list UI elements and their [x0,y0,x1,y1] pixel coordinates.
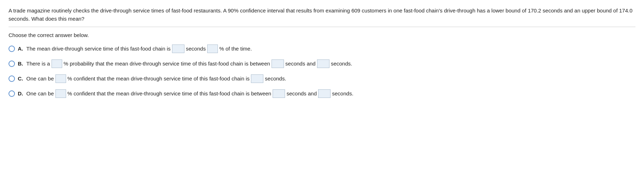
option-c-letter: C. [18,75,24,82]
option-a-text-2: seconds [186,45,206,53]
option-b-text: There is a % probability that the mean d… [26,59,352,68]
option-b-text-3: seconds and [285,59,316,68]
question-text: A trade magazine routinely checks the dr… [9,6,634,23]
option-a-row: A. The mean drive-through service time o… [9,45,635,53]
option-a-text: The mean drive-through service time of t… [26,45,252,53]
option-c-text-3: seconds. [265,74,286,83]
options-list: A. The mean drive-through service time o… [9,45,635,98]
option-b-box-2[interactable] [272,59,284,68]
option-d-box-3[interactable] [318,89,331,98]
option-d-text-2: % confident that the mean drive-through … [68,89,272,98]
option-b-box-1[interactable] [52,59,62,68]
option-a-box-2[interactable] [207,45,218,53]
radio-b[interactable] [9,61,15,67]
option-b-text-4: seconds. [331,59,352,68]
radio-a[interactable] [9,46,15,52]
option-d-row: D. One can be % confident that the mean … [9,89,635,98]
option-d-box-1[interactable] [55,89,66,98]
option-c-row: C. One can be % confident that the mean … [9,74,635,83]
option-c-text-2: % confident that the mean drive-through … [68,74,250,83]
option-d-letter: D. [18,90,24,96]
option-c-box-1[interactable] [55,74,66,83]
option-d-text-4: seconds. [332,89,353,98]
option-c-box-2[interactable] [251,74,263,83]
option-d-text-3: seconds and [286,89,317,98]
option-c-text-1: One can be [26,74,54,83]
instruction-label: Choose the correct answer below. [9,32,635,38]
option-d-text: One can be % confident that the mean dri… [26,89,353,98]
option-a-letter: A. [18,46,24,52]
option-b-text-1: There is a [26,59,50,68]
option-b-box-3[interactable] [317,59,329,68]
option-a-text-1: The mean drive-through service time of t… [26,45,171,53]
divider [9,27,635,27]
option-b-row: B. There is a % probability that the mea… [9,59,635,68]
option-d-box-2[interactable] [273,89,285,98]
radio-d[interactable] [9,90,15,97]
option-d-text-1: One can be [26,89,54,98]
radio-c[interactable] [9,75,15,82]
option-b-text-2: % probability that the mean drive-throug… [64,59,270,68]
option-a-text-3: % of the time. [219,45,252,53]
option-b-letter: B. [18,61,24,67]
option-a-box-1[interactable] [172,45,184,53]
option-c-text: One can be % confident that the mean dri… [26,74,286,83]
